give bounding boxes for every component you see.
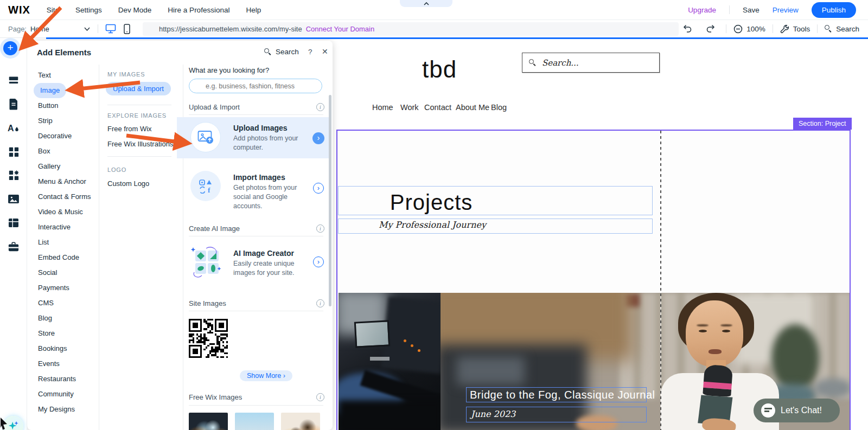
collapse-topbar-button[interactable] [400, 0, 452, 7]
menu-help[interactable]: Help [246, 6, 261, 14]
site-search-box[interactable]: Search... [522, 53, 660, 73]
letter-a-droplet-icon: A [8, 123, 20, 133]
panel-search-button[interactable]: Search [264, 48, 299, 56]
app-widgets-button[interactable] [8, 169, 20, 181]
category-gallery[interactable]: Gallery [38, 159, 60, 174]
custom-logo-tab[interactable]: Custom Logo [107, 179, 149, 188]
category-strip[interactable]: Strip [38, 113, 53, 129]
category-video-music[interactable]: Video & Music [38, 204, 83, 220]
show-more-button[interactable]: Show More › [240, 370, 292, 381]
panel-scrollbar[interactable] [329, 95, 331, 306]
category-blog[interactable]: Blog [38, 311, 52, 326]
save-button[interactable]: Save [743, 6, 760, 14]
publish-button[interactable]: Publish [812, 2, 856, 18]
redo-button[interactable] [703, 22, 719, 35]
add-section-button[interactable] [8, 74, 20, 86]
mobile-view-button[interactable] [119, 22, 135, 35]
category-cms[interactable]: CMS [38, 296, 54, 311]
site-nav-work[interactable]: Work [400, 103, 419, 112]
divider [189, 311, 323, 311]
page-selector[interactable]: Page: Home [8, 25, 98, 33]
add-elements-button[interactable]: + [0, 38, 21, 59]
category-menu-anchor[interactable]: Menu & Anchor [38, 174, 86, 189]
menu-settings[interactable]: Settings [75, 6, 102, 14]
zoom-control[interactable]: 100% [733, 24, 765, 34]
site-nav-blog[interactable]: Blog [491, 103, 507, 112]
preview-button[interactable]: Preview [773, 6, 799, 14]
info-icon[interactable]: i [316, 224, 324, 233]
site-design-button[interactable]: A [8, 122, 20, 134]
lets-chat-button[interactable]: Let's Chat! [754, 399, 840, 422]
category-button[interactable]: Button [38, 98, 59, 113]
panel-header: Add Elements Search ? ✕ [27, 41, 333, 65]
site-nav-contact[interactable]: Contact [424, 103, 451, 112]
heading-frame[interactable] [338, 186, 653, 215]
info-icon[interactable]: i [316, 103, 324, 111]
site-image-qr-thumbnail[interactable] [189, 319, 228, 358]
chevron-right-icon[interactable]: › [313, 183, 324, 194]
connect-your-domain-link[interactable]: Connect Your Domain [306, 25, 374, 33]
category-image[interactable]: Image [34, 83, 66, 98]
site-nav-home[interactable]: Home [372, 103, 393, 112]
menu-site[interactable]: Site [47, 6, 59, 14]
logo-header: LOGO [107, 166, 126, 173]
section-subheading[interactable]: My Professional Journey [378, 220, 487, 230]
undo-button[interactable] [679, 22, 695, 35]
pages-menu-button[interactable] [8, 98, 20, 110]
search-icon [529, 59, 534, 64]
divider [99, 65, 99, 430]
section-heading[interactable]: Projects [388, 190, 475, 215]
chevron-right-icon[interactable]: › [312, 132, 324, 144]
section-strip-icon [8, 74, 20, 86]
category-interactive[interactable]: Interactive [38, 220, 71, 235]
category-contact-forms[interactable]: Contact & Forms [38, 189, 91, 204]
desktop-view-button[interactable] [103, 22, 119, 35]
tools-button[interactable]: Tools [780, 24, 810, 34]
site-logo[interactable]: tbd [422, 56, 457, 83]
category-store[interactable]: Store [38, 326, 55, 341]
category-box[interactable]: Box [38, 144, 50, 159]
upgrade-link[interactable]: Upgrade [688, 6, 716, 14]
chevron-right-icon[interactable]: › [313, 256, 324, 267]
category-text[interactable]: Text [38, 68, 51, 83]
category-events[interactable]: Events [38, 356, 60, 371]
zoom-level: 100% [746, 25, 765, 33]
caption-title[interactable]: Bridge to the Fog, Classique Journal [470, 389, 655, 401]
category-payments[interactable]: Payments [38, 280, 69, 296]
category-embed-code[interactable]: Embed Code [38, 250, 79, 265]
category-decorative[interactable]: Decorative [38, 129, 72, 144]
menu-dev-mode[interactable]: Dev Mode [118, 6, 152, 14]
wix-editor: WIX Site Settings Dev Mode Hire a Profes… [0, 0, 868, 430]
site-url-bar[interactable]: https://jessicaburnettelem.wixsite.com/m… [143, 22, 679, 36]
business-tools-button[interactable] [8, 241, 20, 253]
free-wix-image-thumbnail[interactable] [189, 413, 228, 430]
close-icon[interactable]: ✕ [322, 47, 328, 56]
info-icon[interactable]: i [316, 393, 324, 401]
free-from-wix-tab[interactable]: Free from Wix [107, 125, 152, 133]
site-nav-about-me[interactable]: About Me [456, 103, 489, 112]
ai-tools-button[interactable] [4, 416, 23, 430]
section-badge[interactable]: Section: Project [793, 118, 852, 130]
free-wix-image-thumbnail[interactable] [235, 413, 274, 430]
info-icon[interactable]: i [316, 299, 324, 307]
category-my-designs[interactable]: My Designs [38, 402, 75, 417]
photo-camera-gear[interactable] [339, 293, 441, 430]
menu-hire-a-professional[interactable]: Hire a Professional [168, 6, 229, 14]
upload-import-tab[interactable]: Upload & Import [106, 82, 171, 95]
category-restaurants[interactable]: Restaurants [38, 371, 76, 387]
import-images-title: Import Images [233, 173, 285, 182]
section-project[interactable]: Projects My Professional Journey [336, 130, 851, 430]
image-search-input[interactable] [189, 79, 322, 93]
content-manager-button[interactable] [8, 217, 20, 229]
add-apps-button[interactable] [8, 146, 20, 158]
editor-search-button[interactable]: Search [825, 25, 859, 33]
media-button[interactable] [8, 193, 20, 205]
category-social[interactable]: Social [38, 265, 57, 280]
caption-date[interactable]: June 2023 [471, 409, 515, 419]
free-wix-illustrations-tab[interactable]: Free Wix Illustrations [107, 140, 173, 148]
category-community[interactable]: Community [38, 387, 74, 402]
category-bookings[interactable]: Bookings [38, 341, 67, 356]
category-list[interactable]: List [38, 235, 49, 250]
help-button[interactable]: ? [308, 48, 312, 56]
free-wix-image-thumbnail[interactable] [281, 413, 320, 430]
